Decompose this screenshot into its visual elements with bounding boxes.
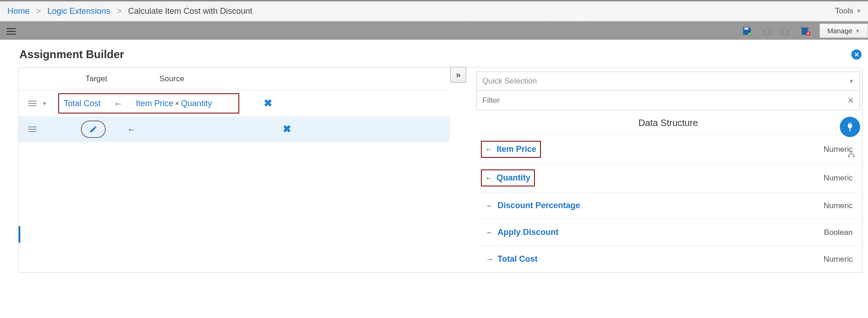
redo-icon[interactable] — [781, 26, 791, 36]
tools-label: Tools — [835, 6, 853, 16]
breadcrumb-sep: > — [110, 6, 128, 16]
breadcrumb-home[interactable]: Home — [7, 6, 30, 16]
undo-icon[interactable] — [761, 26, 771, 36]
manage-label: Manage — [827, 27, 852, 35]
breadcrumb-bar: Home > Logic Extensions > Calculate Item… — [0, 0, 868, 21]
tools-menu[interactable]: Tools ▼ — [835, 1, 862, 21]
breadcrumb-logic-extensions[interactable]: Logic Extensions — [48, 6, 110, 16]
breadcrumb-sep: > — [30, 6, 48, 16]
save-icon[interactable] — [742, 26, 752, 36]
delete-icon[interactable] — [800, 26, 810, 36]
chevron-down-icon: ▼ — [856, 8, 862, 14]
toolbar-right: Manage ▼ — [742, 24, 868, 38]
manage-button[interactable]: Manage ▼ — [819, 24, 868, 38]
chevron-down-icon: ▼ — [855, 28, 860, 34]
app-toolbar: Manage ▼ — [0, 21, 868, 40]
hamburger-menu[interactable] — [6, 26, 16, 36]
breadcrumb-current: Calculate Item Cost with Discount — [128, 6, 252, 16]
svg-rect-2 — [801, 27, 809, 29]
